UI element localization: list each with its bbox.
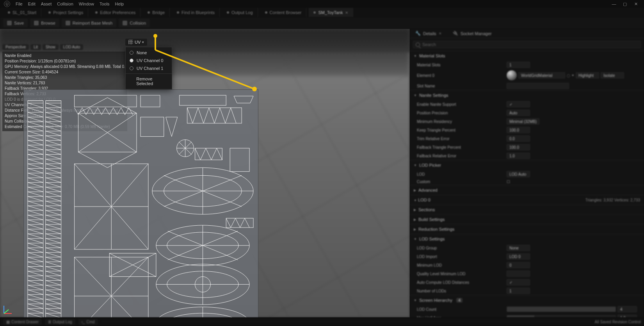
uv-dropdown-button[interactable]: UV ▾ bbox=[125, 39, 147, 46]
doc-tab-2[interactable]: Editor Preferences bbox=[91, 8, 141, 17]
material-slot-count[interactable]: 1 bbox=[507, 62, 530, 68]
svg-rect-11 bbox=[141, 117, 164, 137]
svg-line-30 bbox=[4, 310, 9, 314]
screen-slider-0[interactable] bbox=[507, 306, 616, 312]
stat-line-3: Current Screen Size: 0.494524 bbox=[5, 69, 125, 75]
bottom-tab-output-log[interactable]: ≣Output Log bbox=[45, 319, 75, 325]
section-build-settings[interactable]: ▶Build Settings bbox=[410, 215, 644, 224]
bottom-tab-cmd[interactable]: ›_Cmd bbox=[78, 319, 98, 325]
uv-grid-icon bbox=[128, 40, 133, 45]
stat-line-4: Nanite Triangles: 35,063 bbox=[5, 75, 125, 80]
viewport-mode-1[interactable]: Lit bbox=[30, 44, 41, 50]
nanite-field-4[interactable]: 0.0 bbox=[507, 135, 530, 142]
section-lod-settings[interactable]: ▼LOD Settings bbox=[410, 234, 644, 244]
axis-gizmo-icon bbox=[2, 303, 15, 316]
document-tabstrip: SL_01_StartProject SettingsEditor Prefer… bbox=[0, 8, 644, 17]
section-lod0[interactable]: ▼ LOD 0 Triangles: 3,932 Vertices: 2,733 bbox=[410, 195, 644, 205]
nanite-field-0[interactable]: ✓ bbox=[507, 101, 530, 107]
material-highlight-toggle[interactable]: Highlight bbox=[576, 72, 599, 78]
uv-layout-overlay bbox=[23, 89, 258, 317]
uv-menu-item-1[interactable]: UV Channel 0 bbox=[126, 57, 172, 64]
window-close-icon[interactable]: ✕ bbox=[632, 1, 640, 7]
svg-rect-8 bbox=[180, 95, 226, 105]
window-minimize-icon[interactable]: — bbox=[610, 1, 618, 7]
menu-asset[interactable]: Asset bbox=[41, 2, 52, 6]
search-icon bbox=[416, 43, 420, 47]
editor-toolbar: SaveBrowseReimport Base MeshCollision bbox=[0, 17, 644, 29]
tab-details[interactable]: 🔧Details✕ bbox=[410, 29, 447, 38]
menubar: U File Edit Asset Collision Window Tools… bbox=[0, 0, 644, 8]
material-isolate-toggle[interactable]: Isolate bbox=[601, 72, 624, 78]
doc-tab-1[interactable]: Project Settings bbox=[44, 8, 88, 17]
stat-line-2: GPU Memory: Always allocated 0.03 MB. St… bbox=[5, 64, 125, 69]
lodset-field-2[interactable]: 0 bbox=[507, 262, 530, 268]
material-asset-dropdown[interactable]: WorldGridMaterial bbox=[518, 72, 565, 78]
app-logo-icon: U bbox=[4, 1, 10, 7]
nanite-field-2[interactable]: Minimal (32MB) bbox=[507, 118, 539, 125]
section-lod-picker[interactable]: ▼LOD Picker bbox=[410, 160, 644, 170]
chevron-down-icon: ▾ bbox=[142, 40, 144, 44]
uv-menu-item-2[interactable]: UV Channel 1 bbox=[126, 64, 172, 72]
doc-tab-3[interactable]: Bridge bbox=[143, 8, 170, 17]
doc-tab-4[interactable]: Find in Blueprints bbox=[172, 8, 220, 17]
stat-line-1: Position Precision: 1/128cm (0.00781cm) bbox=[5, 59, 125, 64]
viewport-mode-0[interactable]: Perspective bbox=[2, 44, 29, 50]
viewport-mode-2[interactable]: Show bbox=[43, 44, 59, 50]
menu-edit[interactable]: Edit bbox=[28, 2, 36, 6]
nanite-field-1[interactable]: Auto bbox=[507, 110, 530, 116]
section-reduction-settings[interactable]: ▶Reduction Settings bbox=[410, 224, 644, 234]
window-maximize-icon[interactable]: ▢ bbox=[621, 1, 629, 7]
section-nanite-settings[interactable]: ▼Nanite Settings bbox=[410, 91, 644, 100]
lodset-field-1[interactable]: LOD 0 bbox=[507, 253, 530, 260]
menu-help[interactable]: Help bbox=[115, 2, 124, 6]
bottom-status-text: All Saved Revision Control bbox=[595, 320, 641, 324]
section-screen-hierarchy[interactable]: ▼Screen Hierarchy 4 bbox=[410, 296, 644, 305]
stat-line-5: Nanite Vertices: 21,783 bbox=[5, 80, 125, 86]
stat-line-0: Nanite Enabled bbox=[5, 53, 125, 59]
doc-tab-7[interactable]: SM_ToyTank✕ bbox=[309, 8, 353, 17]
uv-channel-menu[interactable]: NoneUV Channel 0UV Channel 1Remove Selec… bbox=[125, 47, 172, 89]
section-sections[interactable]: ▶Sections bbox=[410, 205, 644, 214]
lodset-field-0[interactable]: None bbox=[507, 245, 530, 251]
lodset-field-4[interactable]: ✓ bbox=[507, 279, 530, 285]
toolbar-reimport-base-mesh[interactable]: Reimport Base Mesh bbox=[62, 19, 117, 27]
svg-rect-12 bbox=[230, 148, 249, 172]
doc-tab-6[interactable]: Content Browser bbox=[260, 8, 307, 17]
bottom-dock: ▦Content Drawer ≣Output Log ›_Cmd All Sa… bbox=[0, 317, 644, 326]
static-mesh-viewport[interactable]: PerspectiveLitShowLOD Auto Nanite Enable… bbox=[0, 29, 410, 317]
lod-picker-dropdown[interactable]: LOD Auto bbox=[507, 171, 530, 177]
toolbar-browse[interactable]: Browse bbox=[30, 19, 59, 27]
lodset-field-5[interactable]: 1 bbox=[507, 288, 530, 294]
viewport-mode-3[interactable]: LOD Auto bbox=[60, 44, 83, 50]
doc-tab-5[interactable]: Output Log bbox=[222, 8, 258, 17]
details-panel: 🔧Details✕ 🔌Socket Manager Search ▼Materi… bbox=[410, 29, 644, 317]
lodset-field-3[interactable] bbox=[507, 271, 530, 277]
nanite-field-5[interactable]: 100.0 bbox=[507, 144, 530, 150]
uv-menu-item-0[interactable]: None bbox=[126, 49, 172, 57]
menu-collision[interactable]: Collision bbox=[57, 2, 73, 6]
menu-tools[interactable]: Tools bbox=[100, 2, 110, 6]
toolbar-collision[interactable]: Collision bbox=[119, 19, 150, 27]
svg-rect-6 bbox=[75, 95, 137, 107]
nanite-field-6[interactable]: 1.0 bbox=[507, 153, 530, 159]
details-search-input[interactable]: Search bbox=[413, 41, 641, 48]
section-material-slots[interactable]: ▼Material Slots bbox=[410, 51, 644, 61]
menu-file[interactable]: File bbox=[16, 2, 23, 6]
uv-dropdown-label: UV bbox=[135, 40, 141, 45]
bottom-tab-content-drawer[interactable]: ▦Content Drawer bbox=[3, 319, 42, 325]
doc-tab-0[interactable]: SL_01_Start bbox=[3, 8, 41, 17]
menu-window[interactable]: Window bbox=[79, 2, 94, 6]
svg-rect-7 bbox=[141, 95, 160, 107]
section-advanced[interactable]: ▶Advanced bbox=[410, 185, 644, 195]
material-thumbnail-icon[interactable] bbox=[507, 70, 517, 80]
viewport-mode-bar: PerspectiveLitShowLOD Auto bbox=[2, 44, 83, 50]
uv-menu-remove[interactable]: Remove Selected bbox=[126, 75, 172, 87]
nanite-field-3[interactable]: 100.0 bbox=[507, 127, 530, 133]
tab-socket-manager[interactable]: 🔌Socket Manager bbox=[447, 29, 497, 38]
toolbar-save[interactable]: Save bbox=[3, 19, 28, 27]
